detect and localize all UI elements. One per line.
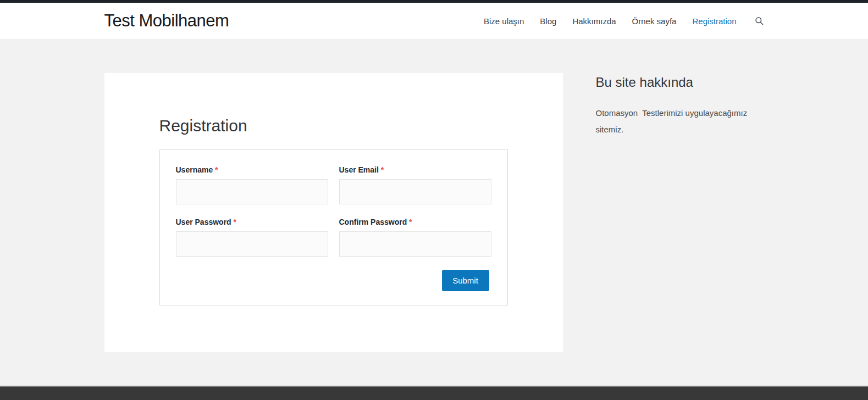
site-footer [0, 386, 868, 400]
username-input[interactable] [176, 179, 328, 204]
user-email-input[interactable] [339, 179, 491, 204]
registration-form: Username * User Email * User Password * [159, 149, 508, 305]
content-card: Registration Username * User Email * Use… [104, 73, 563, 352]
field-label-text: Username [176, 165, 213, 174]
required-asterisk: * [381, 165, 384, 174]
nav-item-registration[interactable]: Registration [692, 16, 736, 26]
field-label-text: User Email [339, 165, 379, 174]
user-password-label: User Password * [176, 218, 328, 226]
main-nav: Bize ulaşın Blog Hakkımızda Örnek sayfa … [484, 16, 764, 26]
user-email-label: User Email * [339, 165, 491, 174]
nav-item-bize-ulasin[interactable]: Bize ulaşın [484, 16, 524, 26]
page-title: Registration [159, 116, 508, 136]
site-title-link[interactable]: Test Mobilhanem [104, 11, 229, 31]
confirm-password-input[interactable] [339, 231, 491, 257]
sidebar: Bu site hakkında Otomasyon Testlerimizi … [596, 40, 764, 352]
required-asterisk: * [215, 165, 218, 174]
submit-button[interactable]: Submit [442, 270, 489, 291]
search-icon[interactable] [755, 16, 764, 26]
confirm-password-field-group: Confirm Password * [339, 218, 491, 257]
nav-item-hakkimizda[interactable]: Hakkımızda [572, 16, 616, 26]
nav-item-ornek-sayfa[interactable]: Örnek sayfa [632, 16, 677, 26]
field-label-text: Confirm Password [339, 218, 407, 226]
confirm-password-label: Confirm Password * [339, 218, 491, 226]
user-password-input[interactable] [176, 231, 328, 257]
required-asterisk: * [409, 218, 412, 226]
required-asterisk: * [234, 218, 236, 226]
nav-item-blog[interactable]: Blog [540, 16, 556, 26]
sidebar-text: Otomasyon Testlerimizi uygulayacağımız s… [596, 105, 764, 138]
user-email-field-group: User Email * [339, 165, 491, 204]
username-field-group: Username * [176, 165, 328, 204]
sidebar-heading: Bu site hakkında [596, 75, 764, 90]
username-label: Username * [176, 165, 328, 174]
site-header: Test Mobilhanem Bize ulaşın Blog Hakkımı… [0, 3, 868, 40]
field-label-text: User Password [176, 218, 231, 226]
user-password-field-group: User Password * [176, 218, 328, 257]
main-content: Registration Username * User Email * Use… [0, 40, 868, 386]
